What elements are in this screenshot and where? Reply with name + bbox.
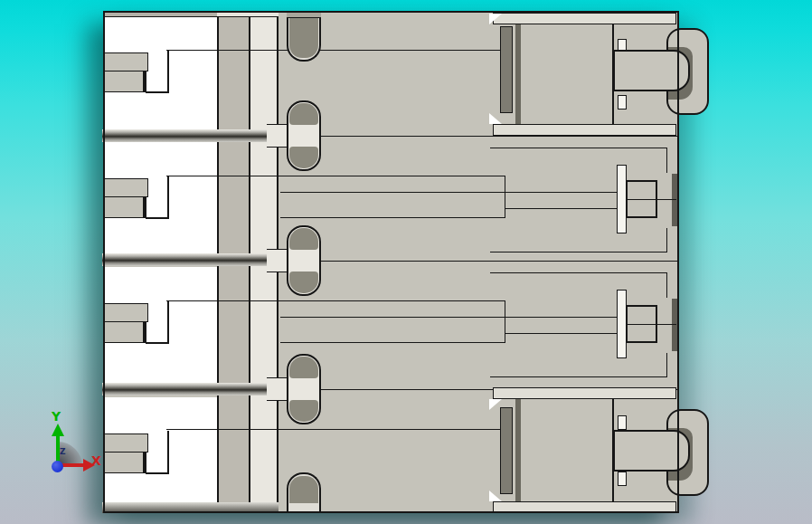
inset-line	[490, 252, 667, 252]
inset-line	[666, 353, 667, 377]
step-line	[167, 50, 169, 93]
t-bar-pin[interactable]	[617, 290, 627, 358]
y-axis-arrowhead	[52, 424, 64, 436]
chamber-line	[166, 300, 505, 301]
step-line	[167, 431, 169, 474]
terminal-slot[interactable]	[287, 13, 321, 62]
inset-line	[666, 272, 667, 298]
x-axis-arrow[interactable]	[62, 463, 83, 467]
slot-cavity	[289, 147, 318, 168]
latch-band	[493, 13, 676, 24]
step-line	[167, 300, 169, 344]
step-block	[104, 178, 148, 197]
step-block	[104, 303, 148, 322]
terminal-slot[interactable]	[287, 225, 321, 296]
latch-band	[493, 124, 676, 136]
orientation-triad[interactable]: Y X Z	[36, 407, 118, 489]
separator-rod	[102, 383, 279, 395]
retainer-bar	[618, 415, 627, 430]
inset-line	[490, 272, 667, 273]
step-line	[146, 472, 169, 474]
channel-line	[280, 217, 505, 218]
step-block	[104, 196, 146, 218]
t-bar-pin[interactable]	[617, 165, 627, 233]
slot-window	[267, 249, 287, 272]
z-axis-label: Z	[60, 447, 66, 456]
corner-notch	[489, 113, 502, 124]
step-block	[104, 71, 146, 92]
channel-line	[505, 176, 505, 218]
cavity-1-chamber	[105, 16, 217, 129]
y-axis-label: Y	[52, 409, 61, 424]
step-line	[167, 176, 169, 219]
separator-rod	[102, 129, 279, 142]
slot-cavity	[289, 400, 318, 422]
slot-cavity	[289, 272, 318, 293]
boundary-line	[279, 136, 677, 137]
cavity-2-chamber	[105, 142, 217, 254]
x-axis-label: X	[91, 453, 101, 468]
origin-point[interactable]	[52, 461, 63, 472]
inset-line	[490, 148, 667, 148]
channel-line	[280, 342, 505, 343]
step-line	[146, 217, 169, 219]
step-line	[146, 91, 169, 93]
part-cross-section[interactable]	[103, 11, 679, 513]
slot-window	[267, 124, 287, 148]
cavity-4-chamber	[105, 397, 217, 504]
step-block	[104, 52, 148, 71]
terminal-slot[interactable]	[287, 354, 321, 424]
slot-cavity	[289, 357, 318, 378]
channel-line	[505, 300, 505, 343]
slot-window	[267, 377, 287, 401]
inset-line	[490, 376, 667, 377]
slot-cavity	[289, 228, 318, 250]
slot-cavity	[289, 16, 318, 58]
slot-cavity	[289, 103, 318, 125]
housing-divider	[515, 395, 521, 502]
terminal-slot[interactable]	[287, 472, 321, 513]
part-edge	[103, 511, 679, 513]
chamber-line	[166, 429, 500, 430]
latch-band	[493, 387, 676, 399]
contact-strip[interactable]	[500, 26, 513, 113]
chamber-line	[166, 50, 500, 51]
separator-rod	[102, 253, 279, 266]
retainer-bar	[618, 472, 627, 486]
channel-line	[280, 317, 617, 318]
step-block	[104, 321, 146, 343]
slot-cavity	[289, 476, 318, 503]
terminal-slot[interactable]	[287, 100, 321, 171]
contact-strip[interactable]	[500, 407, 513, 494]
inset-line	[666, 228, 667, 252]
part-edge	[103, 11, 679, 13]
channel-line	[505, 333, 617, 334]
cavity-3-chamber	[105, 267, 217, 385]
viewport-background[interactable]: Y X Z	[0, 0, 812, 524]
step-line	[146, 342, 169, 344]
channel-line	[280, 192, 617, 193]
part-edge	[677, 11, 679, 513]
chamber-line	[166, 176, 505, 176]
boundary-line	[279, 261, 677, 262]
channel-line	[505, 208, 617, 209]
retainer-bar	[618, 95, 627, 110]
housing-divider	[515, 11, 521, 129]
inset-line	[666, 148, 667, 173]
